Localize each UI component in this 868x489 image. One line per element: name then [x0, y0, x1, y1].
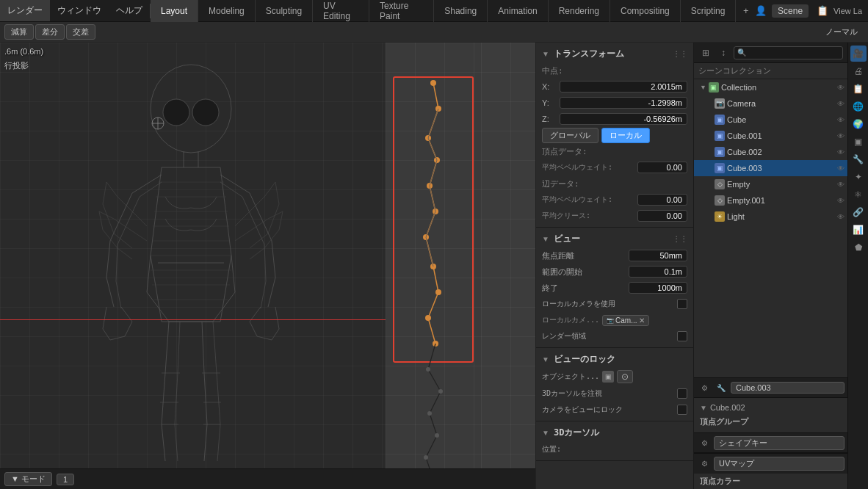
transform-header[interactable]: ▼ トランスフォーム ⋮⋮: [536, 46, 693, 62]
outliner-search[interactable]: 🔍: [734, 46, 843, 59]
avg-bevel-value[interactable]: 0.00: [637, 162, 687, 173]
outliner-cube001[interactable]: ▣ Cube.001 👁: [694, 128, 847, 144]
avg-bevel2-row: 平均ベベルウェイト: 0.00: [536, 192, 693, 208]
outliner-light[interactable]: ☀ Light 👁: [694, 209, 847, 225]
cam-tag[interactable]: 📷 Cam... ✕: [602, 315, 648, 326]
character-svg: [44, 50, 338, 476]
local-cam-checkbox-input[interactable]: [677, 299, 687, 309]
render-props-icon[interactable]: 🎥: [850, 46, 867, 62]
range-end-value[interactable]: 1000m: [629, 282, 687, 294]
view-header[interactable]: ▼ ビュー ⋮⋮: [536, 231, 693, 247]
range-start-value[interactable]: 0.1m: [629, 266, 687, 278]
svg-line-64: [426, 237, 433, 267]
outliner-cube[interactable]: ▣ Cube 👁: [694, 112, 847, 128]
tab-sculpting[interactable]: Sculpting: [256, 0, 313, 22]
obj-label: オブジェクト...: [542, 372, 599, 382]
intersect-btn[interactable]: 交差: [66, 24, 95, 40]
props-obj2-row: ▼ Cube.002: [694, 401, 847, 414]
avg-crease-value[interactable]: 0.00: [637, 210, 687, 222]
svg-line-62: [430, 186, 435, 211]
scene-selector[interactable]: Scene: [772, 4, 809, 18]
obj-props-icon[interactable]: ▣: [850, 134, 867, 150]
mode-selector[interactable]: ▼ モード: [4, 472, 52, 486]
scene-props-icon[interactable]: 🌐: [850, 98, 867, 115]
local-button[interactable]: ローカル: [601, 128, 650, 143]
shape-key-selector[interactable]: シェイプキー: [714, 436, 845, 450]
add-workspace-button[interactable]: +: [739, 3, 753, 19]
z-value[interactable]: -0.56926m: [560, 113, 687, 125]
x-label: X:: [542, 82, 560, 91]
tab-compositing[interactable]: Compositing: [610, 0, 681, 22]
outliner-cube003[interactable]: ▣ Cube.003 👁: [694, 160, 847, 176]
view-lock-section: ▼ ビューのロック オブジェクト... ▣ ⊙ 3Dカーソルを注視 カメラをビュ…: [536, 348, 693, 421]
obj1-selector[interactable]: Cube.003: [731, 382, 845, 394]
tab-animation[interactable]: Animation: [488, 0, 548, 22]
avg-bevel2-value[interactable]: 0.00: [637, 194, 687, 206]
cursor-3d-arrow: ▼: [542, 429, 549, 437]
camera-visibility: 👁: [837, 100, 845, 108]
obj-eyedropper[interactable]: ⊙: [617, 370, 633, 383]
world-props-icon[interactable]: 🌍: [850, 116, 867, 132]
cursor-pos-row: 位置:: [536, 441, 693, 457]
render-menu-item[interactable]: レンダー: [0, 0, 50, 21]
viewport[interactable]: .6m (0.6m) 行投影: [0, 43, 535, 489]
props-icon-2[interactable]: 🔧: [714, 380, 728, 395]
uv-map-selector[interactable]: UVマップ: [714, 457, 845, 471]
object-row: オブジェクト... ▣ ⊙: [536, 368, 693, 385]
props-icon-1[interactable]: ⚙: [697, 380, 712, 395]
svg-point-56: [424, 455, 428, 460]
tab-layout[interactable]: Layout: [151, 0, 198, 22]
global-button[interactable]: グローバル: [542, 128, 598, 143]
focal-value[interactable]: 50mm: [629, 250, 687, 261]
cursor-3d-header[interactable]: ▼ 3Dカーソル: [536, 424, 693, 441]
main-content: .6m (0.6m) 行投影: [0, 43, 868, 489]
cursor-3d-section: ▼ 3Dカーソル 位置:: [536, 421, 693, 461]
tab-scripting[interactable]: Scripting: [681, 0, 737, 22]
account-icon[interactable]: 👤: [753, 3, 769, 19]
svg-point-54: [427, 411, 432, 416]
tab-texture-paint[interactable]: Texture Paint: [369, 0, 434, 22]
local-cam-row: ローカルカメ... 📷 Cam... ✕: [536, 312, 693, 328]
empty001-visibility: 👁: [837, 197, 845, 205]
tab-modeling[interactable]: Modeling: [198, 0, 256, 22]
output-props-icon[interactable]: 🖨: [850, 63, 867, 79]
mode-number[interactable]: 1: [57, 474, 74, 485]
constraints-props-icon[interactable]: 🔗: [850, 204, 867, 220]
outliner-empty[interactable]: ◇ Empty 👁: [694, 176, 847, 192]
tab-rendering[interactable]: Rendering: [549, 0, 610, 22]
camera-lock-checkbox: カメラをビューにロック: [536, 402, 693, 418]
view-layer-props-icon[interactable]: 📋: [850, 81, 867, 97]
data-props-icon[interactable]: 📊: [850, 222, 867, 238]
outliner-empty001[interactable]: ◇ Empty.001 👁: [694, 192, 847, 209]
z-row: Z: -0.56926m: [536, 111, 693, 127]
cam-close-icon[interactable]: ✕: [639, 316, 645, 325]
difference-btn[interactable]: 差分: [35, 24, 65, 40]
y-value[interactable]: -1.2998m: [560, 97, 687, 109]
midpoint-row: 中点:: [536, 62, 693, 79]
physics-props-icon[interactable]: ⚛: [850, 186, 867, 203]
cursor-3d-checkbox-input[interactable]: [677, 388, 687, 399]
props-icon-4[interactable]: ⚙: [697, 457, 712, 471]
view-lock-header[interactable]: ▼ ビューのロック: [536, 351, 693, 368]
particles-props-icon[interactable]: ✦: [850, 169, 867, 185]
tab-shading[interactable]: Shading: [434, 0, 488, 22]
modifier-props-icon[interactable]: 🔧: [850, 151, 867, 167]
filter-icon[interactable]: ⊞: [698, 46, 713, 60]
help-menu-item[interactable]: ヘルプ: [109, 0, 150, 21]
render-region-checkbox-input[interactable]: [677, 331, 687, 341]
material-props-icon[interactable]: ⬟: [850, 239, 867, 256]
camera-lock-checkbox-input[interactable]: [677, 405, 687, 415]
view-layer-icon[interactable]: 📋: [814, 3, 831, 19]
sort-icon[interactable]: ↕: [716, 46, 731, 60]
transform-panel: ▼ トランスフォーム ⋮⋮ 中点: X: 2.0015m Y: -1.2998m…: [535, 43, 693, 489]
subtract-btn[interactable]: 減算: [4, 24, 34, 40]
props-expand-icon: ▼: [700, 404, 707, 412]
outliner-collection[interactable]: ▼ ▣ Collection 👁: [694, 79, 847, 95]
render-region-label: レンダー領域: [542, 331, 586, 341]
x-value[interactable]: 2.0015m: [560, 81, 687, 93]
tab-uv-editing[interactable]: UV Editing: [313, 0, 369, 22]
outliner-cube002[interactable]: ▣ Cube.002 👁: [694, 144, 847, 160]
props-icon-3[interactable]: ⚙: [697, 435, 712, 450]
window-menu-item[interactable]: ウィンドウ: [50, 0, 109, 21]
outliner-camera[interactable]: 📷 Camera 👁: [694, 95, 847, 112]
